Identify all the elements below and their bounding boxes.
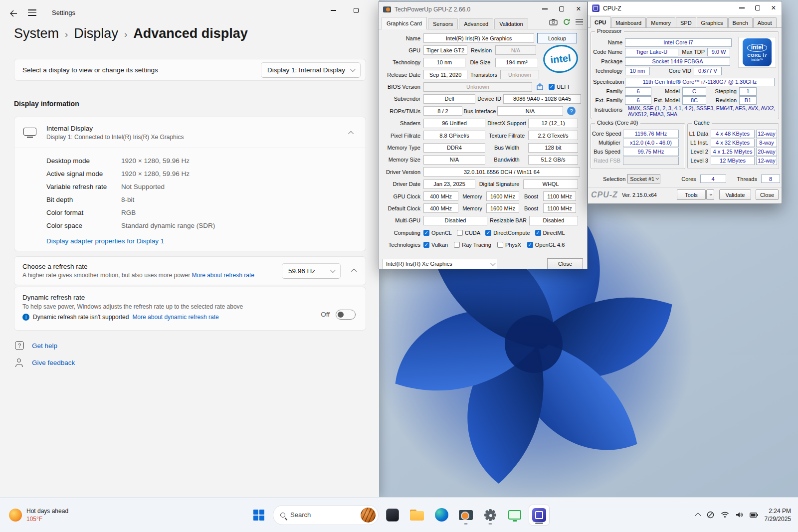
tab-sensors[interactable]: Sensors: [428, 18, 458, 29]
widgets-weather-button[interactable]: Hot days ahead 105°F: [4, 498, 73, 532]
refresh-rate-dropdown[interactable]: 59.96 Hz: [282, 263, 341, 279]
breadcrumb-system[interactable]: System: [14, 26, 59, 41]
texture-fillrate-field: 2.2 GTexel/s: [528, 131, 578, 140]
tab-memory[interactable]: Memory: [646, 17, 675, 27]
collapse-chevron-icon[interactable]: [348, 131, 354, 137]
taskbar-edge-button[interactable]: [431, 505, 452, 526]
detail-row: Bit depth8-bit: [46, 193, 366, 206]
maximize-button[interactable]: [345, 0, 368, 21]
core-speed-field: 1196.76 MHz: [623, 130, 679, 138]
tab-spd[interactable]: SPD: [676, 17, 696, 27]
breadcrumb-separator: ›: [124, 27, 127, 40]
gpuz-app-icon: [383, 6, 391, 12]
give-feedback-link[interactable]: Give feedback: [32, 359, 75, 366]
dynamic-refresh-toggle[interactable]: [336, 310, 356, 320]
back-button[interactable]: [7, 7, 20, 20]
gpuz-window-title: TechPowerUp GPU-Z 2.66.0: [395, 6, 470, 13]
wifi-icon[interactable]: [721, 512, 729, 518]
get-help-row: Get help: [15, 339, 57, 352]
core-vid-field: 0.677 V: [694, 67, 722, 75]
tab-cpu[interactable]: CPU: [590, 16, 610, 28]
taskbar-file-explorer-button[interactable]: [406, 505, 427, 526]
hidden-icons-chevron[interactable]: [695, 513, 701, 519]
gpuz-tab-bar: Graphics Card Sensors Advanced Validatio…: [379, 16, 587, 29]
chevron-down-icon: [490, 260, 496, 266]
validate-button[interactable]: Validate: [719, 189, 751, 200]
tab-about[interactable]: About: [753, 17, 777, 27]
restore-button[interactable]: [553, 2, 570, 16]
maximize-button[interactable]: [750, 1, 766, 14]
ray-tracing-checkbox[interactable]: [454, 242, 460, 248]
cache-groupbox: Cache L1 Data4 x 48 KBytes12-way L1 Inst…: [687, 123, 779, 169]
opengl-checkbox[interactable]: [527, 242, 533, 248]
tools-dropdown-button[interactable]: [706, 189, 714, 200]
taskbar-gpuz-button[interactable]: [455, 505, 476, 526]
refresh-icon[interactable]: [563, 18, 570, 25]
tab-graphics[interactable]: Graphics: [697, 17, 728, 27]
tab-mainboard[interactable]: Mainboard: [611, 17, 646, 27]
package-field: Socket 1449 FCBGA: [625, 57, 730, 66]
tab-validation[interactable]: Validation: [494, 18, 528, 29]
family-field: 6: [625, 87, 651, 96]
close-button[interactable]: ×: [766, 1, 782, 14]
volume-icon[interactable]: [736, 512, 743, 518]
breadcrumb: System › Display › Advanced display: [14, 26, 248, 41]
page-title: Advanced display: [133, 26, 248, 41]
physx-checkbox[interactable]: [497, 242, 503, 248]
breadcrumb-display[interactable]: Display: [74, 26, 118, 41]
tab-graphics-card[interactable]: Graphics Card: [382, 17, 427, 29]
minimize-button[interactable]: [734, 1, 750, 14]
socket-select-dropdown[interactable]: Socket #1: [627, 174, 660, 183]
display-adapter-properties-link[interactable]: Display adapter properties for Display 1: [46, 237, 164, 245]
get-help-link[interactable]: Get help: [32, 342, 57, 350]
menu-icon[interactable]: [576, 19, 583, 25]
taskbar-cpuz-button[interactable]: [529, 505, 550, 526]
internal-display-header[interactable]: Internal Display Display 1: Connected to…: [14, 117, 366, 148]
search-box[interactable]: Search: [273, 505, 379, 525]
default-memory-clock-field: 1600 MHz: [486, 203, 519, 213]
cpuz-close-button[interactable]: Close: [756, 189, 779, 200]
rops-tmus-field: 8 / 2: [423, 106, 462, 116]
battery-icon[interactable]: [750, 513, 758, 518]
do-not-disturb-icon[interactable]: [707, 511, 714, 519]
vulkan-checkbox[interactable]: [423, 242, 429, 248]
taskbar-terminal-button[interactable]: [382, 505, 403, 526]
tab-bench[interactable]: Bench: [728, 17, 753, 27]
gpu-select-dropdown[interactable]: Intel(R) Iris(R) Xe Graphics: [383, 259, 497, 269]
more-about-dynamic-refresh-link[interactable]: More about dynamic refresh rate: [132, 314, 218, 321]
directcompute-checkbox[interactable]: [485, 230, 491, 236]
collapse-chevron-icon[interactable]: [351, 269, 357, 274]
start-button[interactable]: [248, 505, 269, 526]
chevron-down-icon: [350, 66, 356, 72]
taskbar-hwmonitor-button[interactable]: [504, 505, 525, 526]
uefi-checkbox[interactable]: [549, 84, 555, 90]
display-select-dropdown[interactable]: Display 1: Internal Display: [261, 62, 361, 78]
monitor-icon: [508, 510, 521, 520]
display-detail-rows: Desktop mode1920 × 1280, 59.96 Hz Active…: [14, 148, 366, 233]
directml-checkbox[interactable]: [535, 230, 541, 236]
minimize-button[interactable]: [536, 2, 553, 16]
close-button[interactable]: ×: [570, 2, 587, 16]
breadcrumb-separator: ›: [65, 27, 68, 40]
cpuz-app-icon: [592, 4, 599, 12]
detail-row: Desktop mode1920 × 1280, 59.96 Hz: [46, 154, 366, 167]
share-bios-icon[interactable]: [536, 83, 544, 91]
opencl-checkbox[interactable]: [423, 230, 429, 236]
active-indicator: [535, 523, 543, 524]
navigation-menu-button[interactable]: [28, 9, 36, 16]
gpuz-close-button[interactable]: Close: [547, 258, 583, 269]
bus-interface-help-icon[interactable]: [567, 107, 576, 115]
clock[interactable]: 2:24 PM 7/29/2025: [765, 507, 791, 523]
cuda-checkbox[interactable]: [457, 230, 463, 236]
minimize-button[interactable]: [322, 0, 345, 21]
dynamic-refresh-info: Dynamic refresh rate isn't supported Mor…: [22, 314, 243, 321]
taskbar: Hot days ahead 105°F Search: [0, 497, 798, 532]
lookup-button[interactable]: Lookup: [537, 33, 577, 43]
transistors-field: Unknown: [500, 70, 539, 79]
tools-button[interactable]: Tools: [677, 189, 706, 200]
taskbar-settings-button[interactable]: [480, 505, 501, 526]
tab-advanced[interactable]: Advanced: [459, 18, 493, 29]
screenshot-camera-icon[interactable]: [549, 18, 558, 25]
cpuz-logo: CPU-Z: [591, 190, 618, 199]
more-about-refresh-rate-link[interactable]: More about refresh rate: [192, 272, 254, 279]
